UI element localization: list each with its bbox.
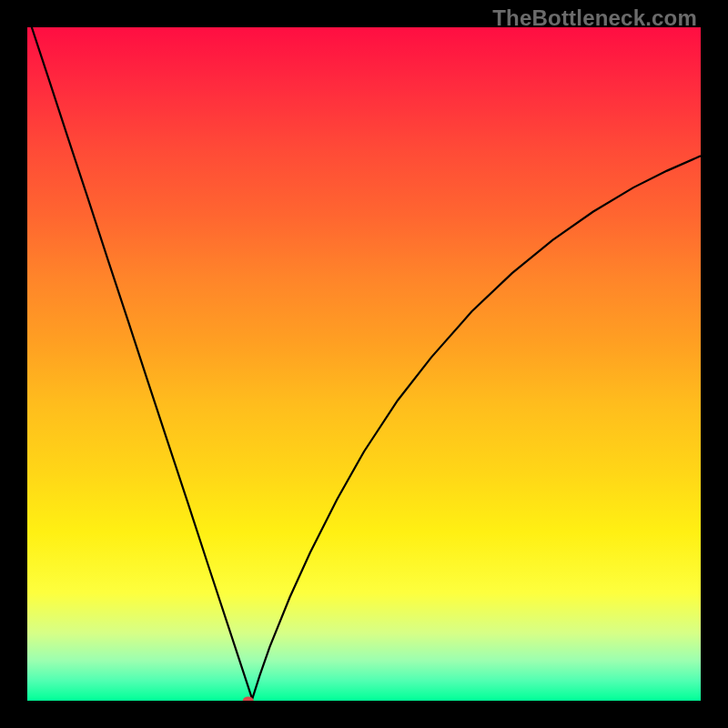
marker-layer (27, 27, 701, 701)
chart-frame: TheBottleneck.com (0, 0, 728, 728)
watermark-text: TheBottleneck.com (492, 5, 697, 31)
plot-area (27, 27, 701, 701)
minimum-marker (243, 697, 254, 702)
